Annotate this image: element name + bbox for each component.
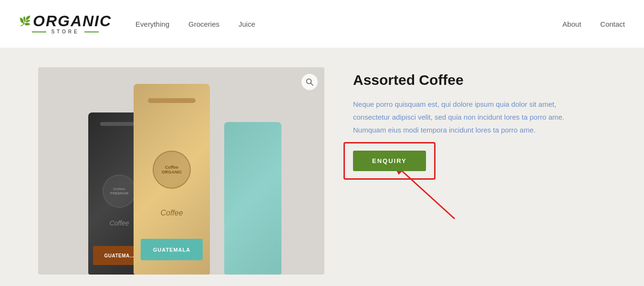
nav-everything[interactable]: Everything — [135, 20, 169, 28]
zoom-button[interactable] — [301, 74, 318, 90]
enquiry-button[interactable]: ENQUIRY — [353, 151, 426, 171]
logo-icon: 🌿 — [19, 16, 31, 26]
nav-contact[interactable]: Contact — [600, 20, 625, 28]
header-right: About Contact — [562, 20, 625, 28]
nav-groceries[interactable]: Groceries — [188, 20, 219, 28]
product-title: Assorted Coffee — [353, 72, 606, 88]
bag-tan-label: GUATEMALA — [141, 239, 203, 260]
logo-text-organic: ORGANIC — [33, 13, 112, 29]
svg-line-3 — [402, 171, 455, 219]
svg-line-1 — [311, 83, 313, 86]
product-image-container: CoffeePREMIUM GUATEMA... CoffeeORGANIC G… — [38, 67, 324, 275]
nav-juice[interactable]: Juice — [239, 20, 255, 28]
coffee-bag-teal — [224, 122, 281, 275]
main-content: CoffeePREMIUM GUATEMA... CoffeeORGANIC G… — [0, 48, 644, 286]
main-nav-left: Everything Groceries Juice — [135, 20, 255, 28]
header-left: 🌿 ORGANIC STORE Everything Groceries Jui… — [19, 13, 255, 34]
red-arrow — [388, 166, 464, 224]
site-logo[interactable]: 🌿 ORGANIC STORE — [19, 13, 112, 34]
nav-about[interactable]: About — [562, 20, 581, 28]
bag-tan-seal: CoffeeORGANIC — [153, 151, 191, 189]
coffee-bags-scene: CoffeePREMIUM GUATEMA... CoffeeORGANIC G… — [38, 67, 324, 275]
product-description: Neque porro quisquam est, qui dolore ips… — [353, 98, 582, 136]
coffee-bag-tan: CoffeeORGANIC GUATEMALA — [134, 84, 210, 275]
enquiry-wrapper: ENQUIRY — [353, 151, 426, 171]
site-header: 🌿 ORGANIC STORE Everything Groceries Jui… — [0, 0, 644, 48]
product-info: Assorted Coffee Neque porro quisquam est… — [353, 67, 606, 171]
logo-text-store: STORE — [51, 30, 79, 34]
bag-dark-seal: CoffeePREMIUM — [103, 174, 136, 208]
